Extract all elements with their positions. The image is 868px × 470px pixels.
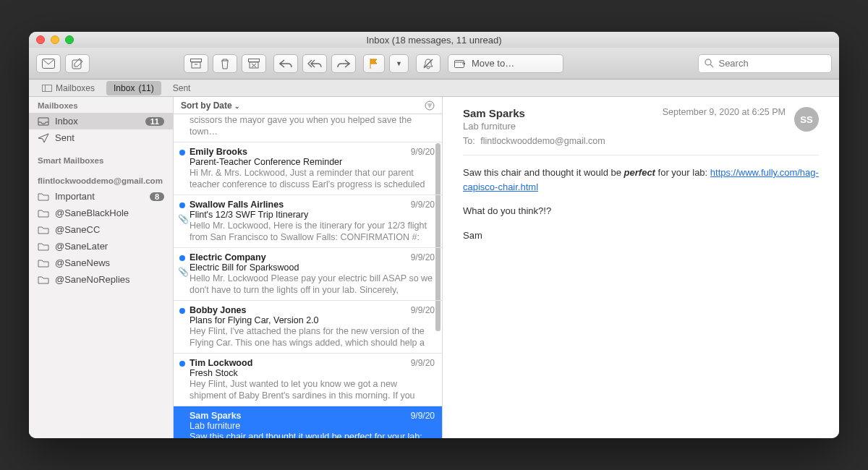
message-preview: Hey Flint, I've attached the plans for t… (190, 325, 435, 349)
reader-pane: Sam Sparks Lab furniture To: flintlockwo… (443, 97, 839, 438)
sidebar-toggle-icon (42, 85, 52, 92)
message-row[interactable]: 📎Electric Company9/9/20Electric Bill for… (174, 248, 442, 301)
svg-rect-2 (191, 59, 202, 61)
sidebar-folder[interactable]: @SaneCC (29, 221, 173, 238)
message-row[interactable]: Tim Lockwood9/9/20Fresh StockHey Flint, … (174, 354, 442, 406)
move-to-dropdown[interactable]: Move to… (448, 54, 563, 73)
tab-mailboxes[interactable]: Mailboxes (35, 81, 102, 95)
sidebar-account[interactable]: flintlockwooddemo@gmail.com (29, 172, 173, 188)
reply-all-button[interactable] (302, 54, 327, 73)
message-row-selected[interactable]: Sam Sparks9/9/20Lab furnitureSaw this ch… (174, 406, 442, 438)
message-preview: Hey Flint, Just wanted to let you know w… (190, 378, 435, 401)
body-signature: Sam (463, 228, 819, 243)
zoom-window-button[interactable] (65, 35, 74, 44)
body-text: Saw this chair and thought it would be (463, 167, 624, 178)
message-subject: Electric Bill for Sparkswood (190, 262, 435, 273)
flag-menu-button[interactable]: ▼ (389, 54, 409, 73)
message-from: Electric Company (190, 252, 435, 262)
avatar: SS (794, 107, 819, 132)
folder-icon (38, 226, 49, 234)
folder-icon (38, 259, 49, 268)
chevron-down-icon: ⌄ (234, 103, 240, 110)
reader-timestamp: September 9, 2020 at 6:25 PM (663, 107, 786, 117)
sidebar-item-inbox[interactable]: Inbox 11 (29, 113, 173, 129)
message-date: 9/9/20 (411, 147, 435, 157)
message-from: Sam Sparks (190, 411, 435, 421)
reply-button[interactable] (273, 54, 298, 73)
reader-to-address[interactable]: flintlockwooddemo@gmail.com (480, 136, 605, 146)
unread-dot-icon (179, 202, 185, 208)
message-date: 9/9/20 (411, 252, 435, 262)
message-subject: Lab furniture (190, 421, 435, 431)
svg-line-12 (710, 64, 713, 67)
attachment-icon: 📎 (178, 214, 189, 224)
get-mail-button[interactable] (36, 54, 61, 73)
message-subject: Parent-Teacher Conference Reminder (190, 157, 435, 167)
message-row[interactable]: Emily Brooks9/9/20Parent-Teacher Confere… (174, 142, 442, 195)
message-row[interactable]: 📎Swallow Falls Airlines9/9/20Flint's 12/… (174, 195, 442, 248)
sidebar-sent-label: Sent (55, 132, 75, 143)
sidebar-folder-label: Important (55, 191, 95, 202)
folder-icon (38, 192, 49, 201)
body-text: What do you think?!? (463, 204, 819, 218)
inbox-icon (38, 117, 49, 126)
message-date: 9/9/20 (411, 358, 435, 368)
sidebar-folder-label: @SaneNoReplies (55, 274, 130, 285)
sidebar: Mailboxes Inbox 11 Sent Smart Mailboxes … (29, 97, 174, 438)
body-text: for your lab: (655, 167, 710, 178)
message-from: Tim Lockwood (190, 358, 435, 368)
sidebar-folder[interactable]: @SaneNoReplies (29, 271, 173, 288)
chevron-down-icon: ▼ (396, 60, 402, 67)
junk-button[interactable] (242, 54, 266, 73)
move-to-label: Move to… (472, 58, 514, 69)
folder-icon (38, 275, 49, 284)
close-window-button[interactable] (36, 35, 45, 44)
sidebar-folder[interactable]: @SaneBlackHole (29, 205, 173, 221)
message-date: 9/9/20 (411, 305, 435, 315)
message-from: Swallow Falls Airlines (190, 200, 435, 210)
window-controls (36, 35, 74, 44)
tab-sent[interactable]: Sent (166, 81, 198, 95)
svg-rect-5 (249, 59, 260, 61)
message-subject: Plans for Flying Car, Version 2.0 (190, 315, 435, 325)
tab-mailboxes-label: Mailboxes (56, 83, 95, 93)
sidebar-folder[interactable]: @SaneNews (29, 255, 173, 271)
svg-point-11 (705, 59, 711, 65)
delete-button[interactable] (213, 54, 237, 73)
tab-inbox[interactable]: Inbox (11) (106, 81, 161, 95)
sidebar-inbox-count: 11 (145, 117, 164, 126)
reader-from: Sam Sparks (463, 107, 605, 119)
tab-inbox-count: (11) (138, 83, 153, 93)
sidebar-folder-label: @SaneNews (55, 257, 110, 268)
flag-button[interactable] (363, 54, 385, 73)
search-input[interactable] (718, 58, 825, 69)
archive-button[interactable] (184, 54, 208, 73)
sidebar-folder[interactable]: Important8 (29, 188, 173, 205)
sidebar-item-sent[interactable]: Sent (29, 129, 173, 146)
reader-body: Saw this chair and thought it would be p… (463, 166, 819, 242)
message-list[interactable]: scissors the mayor gave you when you hel… (174, 114, 442, 438)
message-preview: Hello Mr. Lockwood, Here is the itinerar… (190, 220, 435, 243)
compose-button[interactable] (65, 54, 90, 73)
reader-to-label: To: (463, 136, 475, 146)
folder-icon (38, 209, 49, 218)
search-field[interactable] (698, 54, 832, 73)
mute-button[interactable] (416, 54, 441, 73)
message-row[interactable]: scissors the mayor gave you when you hel… (174, 114, 442, 142)
message-row[interactable]: Bobby Jones9/9/20Plans for Flying Car, V… (174, 301, 442, 354)
message-preview: Hi Mr. & Mrs. Lockwood, Just a reminder … (190, 167, 435, 190)
svg-rect-13 (43, 85, 52, 91)
unread-dot-icon (179, 255, 185, 261)
sort-bar[interactable]: Sort by Date ⌄ (174, 97, 442, 114)
sidebar-folder-label: @SaneCC (55, 224, 100, 235)
main-split: Mailboxes Inbox 11 Sent Smart Mailboxes … (29, 97, 839, 438)
filter-icon[interactable] (425, 101, 435, 111)
window-title: Inbox (18 messages, 11 unread) (29, 35, 839, 46)
sidebar-folder[interactable]: @SaneLater (29, 238, 173, 255)
toolbar: ▼ Move to… (29, 48, 839, 80)
message-from: Bobby Jones (190, 305, 435, 315)
tab-sent-label: Sent (173, 83, 191, 93)
sidebar-folder-count: 8 (150, 192, 164, 201)
minimize-window-button[interactable] (51, 35, 59, 44)
forward-button[interactable] (331, 54, 356, 73)
